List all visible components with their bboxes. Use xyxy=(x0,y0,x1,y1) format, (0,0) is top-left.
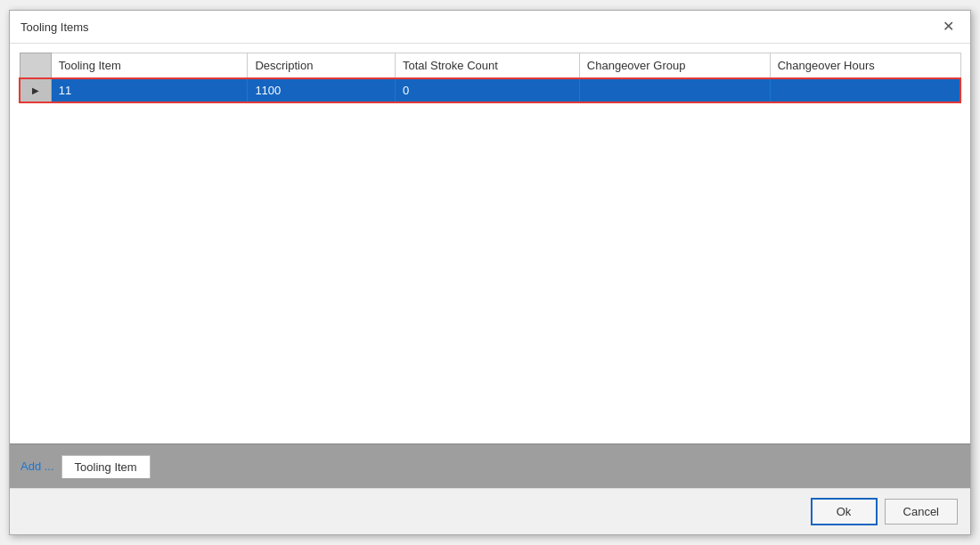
footer-buttons: Ok Cancel xyxy=(10,488,970,534)
header-changeover-group: Changeover Group xyxy=(579,53,770,79)
header-changeover-hours: Changeover Hours xyxy=(770,53,960,79)
row-arrow-icon: ▶ xyxy=(20,78,51,102)
add-button[interactable]: Add ... xyxy=(20,460,54,473)
tooling-items-table: Tooling Item Description Total Stroke Co… xyxy=(19,53,961,103)
cancel-button[interactable]: Cancel xyxy=(885,499,958,525)
bottom-toolbar: Add ... Tooling Item xyxy=(10,443,970,488)
ok-button[interactable]: Ok xyxy=(811,498,878,525)
header-arrow xyxy=(20,53,51,79)
title-bar: Tooling Items ✕ xyxy=(10,11,970,44)
cell-stroke-count: 0 xyxy=(395,78,579,102)
tooling-items-dialog: Tooling Items ✕ Tooling Item Description… xyxy=(9,10,971,535)
table-container: Tooling Item Description Total Stroke Co… xyxy=(10,44,970,443)
cell-changeover-hours xyxy=(770,78,960,102)
header-stroke-count: Total Stroke Count xyxy=(395,53,579,79)
dialog-title: Tooling Items xyxy=(20,20,89,34)
cell-changeover-group xyxy=(579,78,770,102)
table-row[interactable]: ▶1111000 xyxy=(20,78,960,102)
table-header-row: Tooling Item Description Total Stroke Co… xyxy=(20,53,960,79)
cell-description: 1100 xyxy=(248,78,396,102)
header-tooling-item: Tooling Item xyxy=(51,53,248,79)
close-button[interactable]: ✕ xyxy=(937,18,960,36)
content-area: Tooling Item Description Total Stroke Co… xyxy=(10,44,970,488)
header-description: Description xyxy=(248,53,396,79)
tooling-item-tab[interactable]: Tooling Item xyxy=(61,455,151,478)
cell-tooling-item: 11 xyxy=(51,78,248,102)
